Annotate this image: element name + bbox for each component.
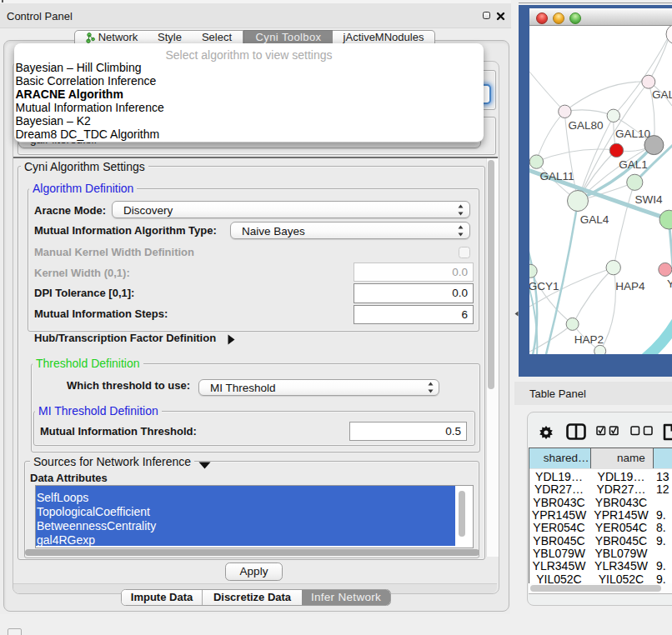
svg-text:SWI4: SWI4: [634, 193, 662, 206]
svg-text:HAP4: HAP4: [615, 280, 645, 292]
svg-text:GAL80: GAL80: [568, 119, 603, 132]
svg-text:GAL11: GAL11: [539, 170, 574, 182]
svg-text:GAL10: GAL10: [615, 128, 650, 140]
svg-text:GAL: GAL: [652, 88, 672, 101]
svg-text:Y: Y: [667, 278, 672, 290]
svg-text:GAL1: GAL1: [619, 158, 648, 171]
svg-text:GAL4: GAL4: [580, 213, 609, 226]
svg-text:HAP2: HAP2: [574, 333, 604, 346]
svg-text:GCY1: GCY1: [529, 280, 559, 292]
